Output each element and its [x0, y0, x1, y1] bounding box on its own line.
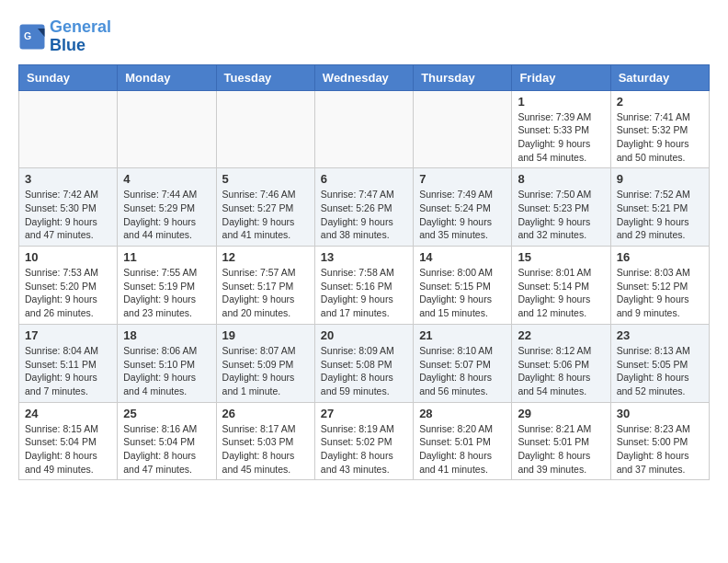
day-cell: 21Sunrise: 8:10 AMSunset: 5:07 PMDayligh… [414, 324, 512, 402]
logo: G General Blue [18, 18, 111, 55]
day-cell: 3Sunrise: 7:42 AMSunset: 5:30 PMDaylight… [19, 168, 118, 247]
day-number: 15 [518, 250, 604, 264]
weekday-header-thursday: Thursday [414, 64, 512, 90]
day-cell: 6Sunrise: 7:47 AMSunset: 5:26 PMDaylight… [314, 168, 413, 247]
day-info: Sunrise: 7:49 AMSunset: 5:24 PMDaylight:… [419, 188, 506, 242]
weekday-header-sunday: Sunday [19, 64, 118, 90]
calendar-week-row: 10Sunrise: 7:53 AMSunset: 5:20 PMDayligh… [19, 247, 710, 325]
day-info: Sunrise: 8:09 AMSunset: 5:08 PMDaylight:… [321, 344, 407, 398]
day-cell: 19Sunrise: 8:07 AMSunset: 5:09 PMDayligh… [216, 324, 314, 402]
day-number: 30 [617, 407, 703, 420]
calendar-body: 1Sunrise: 7:39 AMSunset: 5:33 PMDaylight… [19, 90, 710, 480]
day-number: 24 [25, 407, 111, 420]
day-number: 14 [419, 250, 506, 264]
day-number: 11 [123, 250, 210, 264]
day-number: 28 [419, 407, 506, 420]
day-number: 16 [617, 250, 703, 264]
day-info: Sunrise: 7:39 AMSunset: 5:33 PMDaylight:… [518, 110, 604, 165]
calendar-header-row: SundayMondayTuesdayWednesdayThursdayFrid… [19, 64, 710, 90]
day-cell: 23Sunrise: 8:13 AMSunset: 5:05 PMDayligh… [610, 324, 709, 402]
day-number: 4 [123, 172, 210, 186]
weekday-header-friday: Friday [512, 64, 610, 90]
day-number: 19 [222, 328, 309, 342]
weekday-header-saturday: Saturday [610, 64, 709, 90]
day-number: 6 [321, 172, 407, 186]
day-cell: 7Sunrise: 7:49 AMSunset: 5:24 PMDaylight… [414, 168, 512, 247]
day-number: 5 [222, 172, 309, 186]
day-number: 10 [25, 250, 111, 264]
day-number: 18 [123, 328, 210, 342]
day-cell: 26Sunrise: 8:17 AMSunset: 5:03 PMDayligh… [216, 402, 314, 480]
day-number: 7 [419, 172, 506, 186]
day-cell: 2Sunrise: 7:41 AMSunset: 5:32 PMDaylight… [610, 90, 709, 168]
day-info: Sunrise: 8:17 AMSunset: 5:03 PMDaylight:… [222, 422, 309, 477]
day-number: 9 [617, 172, 703, 186]
day-info: Sunrise: 8:00 AMSunset: 5:15 PMDaylight:… [419, 266, 506, 320]
day-cell: 1Sunrise: 7:39 AMSunset: 5:33 PMDaylight… [512, 90, 610, 168]
day-info: Sunrise: 7:41 AMSunset: 5:32 PMDaylight:… [617, 110, 703, 165]
day-number: 17 [25, 328, 111, 342]
day-cell: 18Sunrise: 8:06 AMSunset: 5:10 PMDayligh… [118, 324, 216, 402]
day-info: Sunrise: 7:50 AMSunset: 5:23 PMDaylight:… [518, 188, 604, 242]
day-info: Sunrise: 8:06 AMSunset: 5:10 PMDaylight:… [123, 344, 210, 398]
weekday-header-tuesday: Tuesday [216, 64, 314, 90]
day-info: Sunrise: 8:07 AMSunset: 5:09 PMDaylight:… [222, 344, 309, 398]
day-cell: 20Sunrise: 8:09 AMSunset: 5:08 PMDayligh… [314, 324, 413, 402]
day-cell: 4Sunrise: 7:44 AMSunset: 5:29 PMDaylight… [118, 168, 216, 247]
day-cell: 30Sunrise: 8:23 AMSunset: 5:00 PMDayligh… [610, 402, 709, 480]
weekday-header-monday: Monday [118, 64, 216, 90]
day-number: 29 [518, 407, 604, 420]
weekday-header-wednesday: Wednesday [314, 64, 413, 90]
day-cell: 25Sunrise: 8:16 AMSunset: 5:04 PMDayligh… [118, 402, 216, 480]
day-info: Sunrise: 7:53 AMSunset: 5:20 PMDaylight:… [25, 266, 111, 320]
day-info: Sunrise: 7:44 AMSunset: 5:29 PMDaylight:… [123, 188, 210, 242]
day-cell: 12Sunrise: 7:57 AMSunset: 5:17 PMDayligh… [216, 247, 314, 325]
calendar-week-row: 3Sunrise: 7:42 AMSunset: 5:30 PMDaylight… [19, 168, 710, 247]
day-cell: 27Sunrise: 8:19 AMSunset: 5:02 PMDayligh… [314, 402, 413, 480]
day-number: 25 [123, 407, 210, 420]
day-info: Sunrise: 8:10 AMSunset: 5:07 PMDaylight:… [419, 344, 506, 398]
empty-cell [216, 90, 314, 168]
day-number: 20 [321, 328, 407, 342]
day-info: Sunrise: 8:03 AMSunset: 5:12 PMDaylight:… [617, 266, 703, 320]
day-number: 2 [617, 95, 703, 109]
day-cell: 28Sunrise: 8:20 AMSunset: 5:01 PMDayligh… [414, 402, 512, 480]
svg-text:G: G [24, 30, 31, 41]
logo-icon: G [18, 23, 46, 51]
day-number: 12 [222, 250, 309, 264]
day-info: Sunrise: 8:16 AMSunset: 5:04 PMDaylight:… [123, 422, 210, 477]
day-number: 13 [321, 250, 407, 264]
day-cell: 13Sunrise: 7:58 AMSunset: 5:16 PMDayligh… [314, 247, 413, 325]
day-cell: 22Sunrise: 8:12 AMSunset: 5:06 PMDayligh… [512, 324, 610, 402]
day-info: Sunrise: 7:58 AMSunset: 5:16 PMDaylight:… [321, 266, 407, 320]
calendar-table: SundayMondayTuesdayWednesdayThursdayFrid… [18, 64, 710, 481]
day-cell: 8Sunrise: 7:50 AMSunset: 5:23 PMDaylight… [512, 168, 610, 247]
day-info: Sunrise: 8:04 AMSunset: 5:11 PMDaylight:… [25, 344, 111, 398]
calendar-week-row: 24Sunrise: 8:15 AMSunset: 5:04 PMDayligh… [19, 402, 710, 480]
calendar-week-row: 17Sunrise: 8:04 AMSunset: 5:11 PMDayligh… [19, 324, 710, 402]
calendar-week-row: 1Sunrise: 7:39 AMSunset: 5:33 PMDaylight… [19, 90, 710, 168]
day-info: Sunrise: 8:13 AMSunset: 5:05 PMDaylight:… [617, 344, 703, 398]
logo-subtext: Blue [50, 37, 111, 55]
day-cell: 11Sunrise: 7:55 AMSunset: 5:19 PMDayligh… [118, 247, 216, 325]
day-number: 27 [321, 407, 407, 420]
day-info: Sunrise: 8:01 AMSunset: 5:14 PMDaylight:… [518, 266, 604, 320]
day-info: Sunrise: 7:55 AMSunset: 5:19 PMDaylight:… [123, 266, 210, 320]
day-info: Sunrise: 8:20 AMSunset: 5:01 PMDaylight:… [419, 422, 506, 477]
day-cell: 9Sunrise: 7:52 AMSunset: 5:21 PMDaylight… [610, 168, 709, 247]
day-cell: 16Sunrise: 8:03 AMSunset: 5:12 PMDayligh… [610, 247, 709, 325]
day-info: Sunrise: 7:46 AMSunset: 5:27 PMDaylight:… [222, 188, 309, 242]
day-number: 26 [222, 407, 309, 420]
day-number: 8 [518, 172, 604, 186]
day-number: 22 [518, 328, 604, 342]
day-info: Sunrise: 7:47 AMSunset: 5:26 PMDaylight:… [321, 188, 407, 242]
day-cell: 15Sunrise: 8:01 AMSunset: 5:14 PMDayligh… [512, 247, 610, 325]
day-cell: 24Sunrise: 8:15 AMSunset: 5:04 PMDayligh… [19, 402, 118, 480]
day-info: Sunrise: 8:23 AMSunset: 5:00 PMDaylight:… [617, 422, 703, 477]
day-cell: 10Sunrise: 7:53 AMSunset: 5:20 PMDayligh… [19, 247, 118, 325]
day-cell: 5Sunrise: 7:46 AMSunset: 5:27 PMDaylight… [216, 168, 314, 247]
day-info: Sunrise: 8:19 AMSunset: 5:02 PMDaylight:… [321, 422, 407, 477]
day-info: Sunrise: 8:12 AMSunset: 5:06 PMDaylight:… [518, 344, 604, 398]
day-info: Sunrise: 8:15 AMSunset: 5:04 PMDaylight:… [25, 422, 111, 477]
empty-cell [19, 90, 118, 168]
